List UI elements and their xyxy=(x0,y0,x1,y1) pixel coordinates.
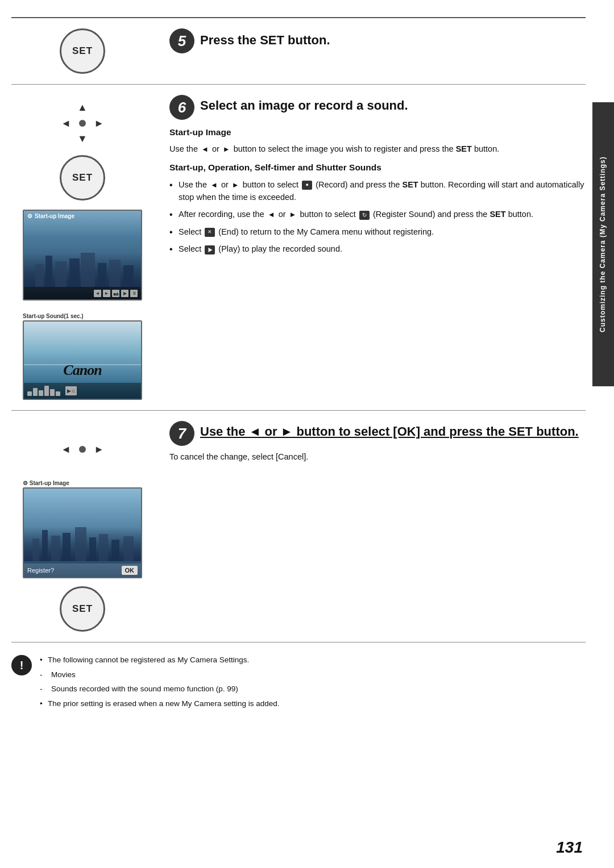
end-icon xyxy=(205,228,215,237)
step5-row: SET 5 Press the SET button. xyxy=(11,18,586,85)
step7-row: ◄ ► ⚙ Start-up Image xyxy=(11,411,586,642)
record-icon xyxy=(302,181,312,190)
register-sound-icon xyxy=(359,211,370,220)
register-screen-label: ⚙ Start-up Image xyxy=(23,480,142,486)
sound-bottom-bar: ▶♫ xyxy=(24,383,141,399)
sound-screen-label: Start-up Sound(1 sec.) xyxy=(23,313,142,319)
startup-image-body: Use the ◄ or ► button to select the imag… xyxy=(169,143,586,155)
arrow-down-icon: ▼ xyxy=(77,133,88,145)
screen-header-startup: ⚙ Start-up Image xyxy=(27,213,74,219)
nav-cross: ▲ ◄ ► ▼ xyxy=(60,101,105,146)
icon-3: 📷 xyxy=(112,290,119,297)
step5-left: SET xyxy=(11,28,159,74)
step6-right: 6 Select an image or record a sound. Sta… xyxy=(159,95,586,260)
bullet-2: After recording, use the ◄ or ► button t… xyxy=(169,208,586,220)
step7-cancel-text: To cancel the change, select [Cancel]. xyxy=(169,450,586,463)
step7-number: 7 xyxy=(169,421,194,446)
icon-5: ⏸ xyxy=(130,290,138,297)
center-dot-step7 xyxy=(79,446,86,453)
sound-wave xyxy=(27,386,60,396)
bullet-3: Select (End) to return to the My Camera … xyxy=(169,226,586,238)
step5-right: 5 Press the SET button. xyxy=(159,28,586,74)
arrow-left-inline: ◄ xyxy=(201,144,209,155)
step6-left: ▲ ◄ ► ▼ SET ⚙ Start-up Image xyxy=(11,95,159,400)
page-container: Customizing the Camera (My Camera Settin… xyxy=(0,0,614,868)
startup-image-screen: ⚙ Start-up Image ◄ xyxy=(23,210,142,301)
note-text: The following cannot be registered as My… xyxy=(40,654,279,712)
note-list: The following cannot be registered as My… xyxy=(40,654,279,710)
screen-icons: ◄ ► 📷 ▶ ⏸ xyxy=(94,290,138,297)
screen-bottom-bar: ◄ ► 📷 ▶ ⏸ xyxy=(24,287,141,299)
icon-2: ► xyxy=(103,290,110,297)
arrow-left-step7: ◄ xyxy=(61,444,71,456)
note-item-1: The following cannot be registered as My… xyxy=(40,654,279,666)
nav-cross-step7: ◄ ► xyxy=(60,427,105,472)
arrow-up-icon: ▲ xyxy=(77,102,88,114)
note-item-4: The prior setting is erased when a new M… xyxy=(40,698,279,710)
step7-body: To cancel the change, select [Cancel]. xyxy=(169,450,586,463)
sound-icon: ▶♫ xyxy=(65,386,77,395)
play-icon xyxy=(205,245,215,254)
startup-sounds-list: Use the ◄ or ► button to select (Record)… xyxy=(169,178,586,256)
step7-header: 7 Use the ◄ or ► button to select [OK] a… xyxy=(169,421,586,446)
step6-body: Start-up Image Use the ◄ or ► button to … xyxy=(169,126,586,256)
startup-image-subtitle: Start-up Image xyxy=(169,126,586,139)
startup-sound-screen: Canon ▶♫ xyxy=(23,320,142,400)
arrow-right-step7: ► xyxy=(94,444,104,456)
step7-left: ◄ ► ⚙ Start-up Image xyxy=(11,421,159,632)
sidebar-tab: Customizing the Camera (My Camera Settin… xyxy=(592,102,614,386)
step7-right: 7 Use the ◄ or ► button to select [OK] a… xyxy=(159,421,586,468)
note-item-3: Sounds recorded with the sound memo func… xyxy=(40,683,279,695)
startup-sounds-subtitle: Start-up, Operation, Self-timer and Shut… xyxy=(169,161,586,174)
icon-4: ▶ xyxy=(121,290,128,297)
note-icon: ! xyxy=(11,655,32,675)
note-item-2: Movies xyxy=(40,669,279,681)
step7-title: Use the ◄ or ► button to select [OK] and… xyxy=(200,424,579,439)
set-button-image: SET xyxy=(60,28,105,74)
bullet-4: Select (Play) to play the recorded sound… xyxy=(169,243,586,255)
arrow-right-inline: ► xyxy=(223,144,230,155)
icon-1: ◄ xyxy=(94,290,101,297)
center-dot xyxy=(79,120,86,127)
register-screen: Register? OK xyxy=(23,487,142,578)
register-screen-wrap: ⚙ Start-up Image Register? OK xyxy=(23,480,142,578)
arrow-right-icon: ► xyxy=(94,118,104,130)
ok-button-screen: OK xyxy=(122,566,138,575)
arrow-left-icon: ◄ xyxy=(61,118,71,130)
page-number: 131 xyxy=(556,838,583,857)
screen-icon: ⚙ xyxy=(27,213,32,219)
set-button-step7: SET xyxy=(60,586,105,632)
step5-title: Press the SET button. xyxy=(200,33,330,48)
step5-number: 5 xyxy=(169,28,194,53)
bullet-1: Use the ◄ or ► button to select (Record)… xyxy=(169,178,586,204)
set-button-step6: SET xyxy=(60,155,105,201)
step6-row: ▲ ◄ ► ▼ SET ⚙ Start-up Image xyxy=(11,85,586,411)
step5-header: 5 Press the SET button. xyxy=(169,28,586,53)
step6-title: Select an image or record a sound. xyxy=(200,98,408,113)
step6-header: 6 Select an image or record a sound. xyxy=(169,95,586,120)
canon-logo: Canon xyxy=(63,362,101,379)
register-dialog: Register? OK xyxy=(24,564,141,577)
bottom-note: ! The following cannot be registered as … xyxy=(11,654,586,712)
step6-number: 6 xyxy=(169,95,194,120)
